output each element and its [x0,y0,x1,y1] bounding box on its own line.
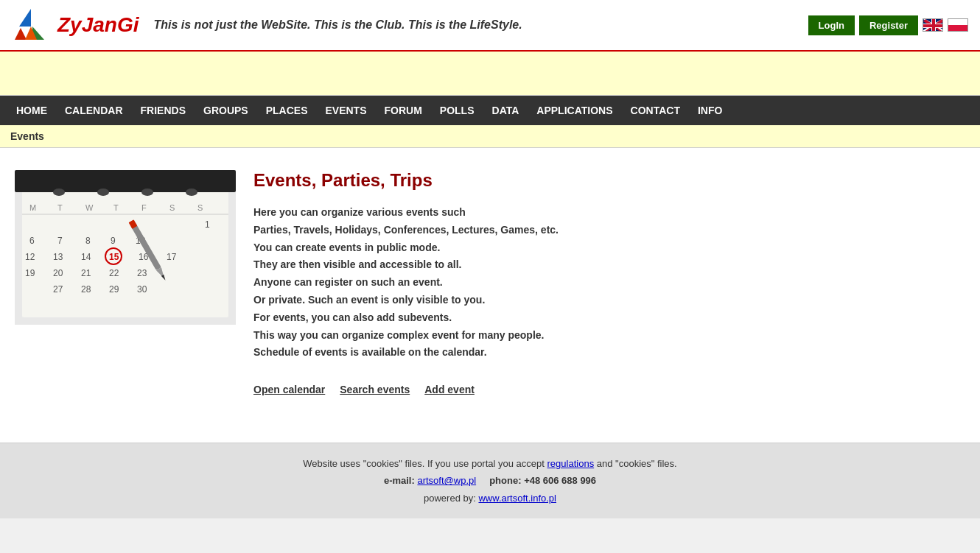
svg-text:13: 13 [53,252,63,262]
body-line: Anyone can register on such an event. [253,274,965,292]
logo-icon [12,6,50,44]
event-image: M T W T F S S 1 6 7 8 9 10 12 13 14 15 1… [15,170,236,325]
content-text: Events, Parties, Trips Here you can orga… [253,170,965,420]
nav-data[interactable]: DATA [483,96,528,125]
svg-text:S: S [169,203,175,212]
regulations-link[interactable]: regulations [547,458,595,469]
body-line: Parties, Travels, Holidays, Conferences,… [253,222,965,239]
svg-rect-15 [15,170,236,192]
svg-text:20: 20 [53,268,63,278]
yellow-bar [0,52,980,96]
body-line: This way you can organize complex event … [253,327,965,345]
tagline: This is not just the WebSite. This is th… [153,18,522,32]
cookie-notice: Website uses "cookies" files. If you use… [12,455,968,472]
nav-forum[interactable]: FORUM [376,96,431,125]
breadcrumb-label: Events [10,130,44,142]
svg-text:14: 14 [81,252,91,262]
svg-text:6: 6 [29,236,35,246]
svg-text:F: F [141,203,147,212]
powered-by: powered by: www.artsoft.info.pl [12,490,968,507]
nav-places[interactable]: PLACES [257,96,317,125]
nav-applications[interactable]: APPLICATIONS [528,96,621,125]
svg-text:12: 12 [25,252,35,262]
powered-link[interactable]: www.artsoft.info.pl [478,493,556,504]
nav-info[interactable]: INFO [689,96,731,125]
email-label: e-mail: [384,475,415,486]
phone-value: +48 606 688 996 [524,475,596,486]
svg-marker-0 [19,9,31,27]
nav-events[interactable]: EVENTS [317,96,376,125]
content-action-link[interactable]: Open calendar [253,384,325,395]
nav-home[interactable]: HOME [7,96,56,125]
calendar-illustration: M T W T F S S 1 6 7 8 9 10 12 13 14 15 1… [15,170,236,325]
powered-label: powered by: [424,493,476,504]
svg-text:1: 1 [205,219,210,230]
nav-calendar[interactable]: CALENDAR [56,96,132,125]
contact-info: e-mail: artsoft@wp.pl phone: +48 606 688… [12,472,968,489]
main-content: M T W T F S S 1 6 7 8 9 10 12 13 14 15 1… [0,148,980,443]
nav-groups[interactable]: GROUPS [195,96,257,125]
svg-text:23: 23 [137,268,147,278]
svg-point-16 [53,189,65,196]
svg-point-19 [186,189,197,196]
svg-text:T: T [113,203,119,212]
nav-friends[interactable]: FRIENDS [132,96,195,125]
site-name: ZyJanGi [57,13,139,37]
svg-text:21: 21 [81,268,91,278]
register-button[interactable]: Register [859,15,918,35]
svg-text:W: W [85,203,94,212]
body-line: Schedule of events is available on the c… [253,344,965,362]
logo-area: ZyJanGi This is not just the WebSite. Th… [12,6,522,44]
svg-text:T: T [57,203,63,212]
cookie-text-before: Website uses "cookies" files. If you use… [303,458,547,469]
svg-text:8: 8 [85,236,91,246]
email-link[interactable]: artsoft@wp.pl [417,475,476,486]
content-action-link[interactable]: Add event [424,384,475,395]
svg-text:22: 22 [109,268,119,278]
svg-text:M: M [29,203,36,212]
svg-text:28: 28 [81,284,91,295]
header: ZyJanGi This is not just the WebSite. Th… [0,0,980,52]
svg-point-17 [97,189,109,196]
svg-text:9: 9 [111,236,116,246]
svg-text:17: 17 [167,252,177,262]
svg-text:27: 27 [53,284,63,295]
body-line: They are then visible and accessible to … [253,256,965,274]
svg-text:15: 15 [109,252,119,262]
footer: Website uses "cookies" files. If you use… [0,443,980,518]
nav-contact[interactable]: CONTACT [622,96,689,125]
content-action-link[interactable]: Search events [340,384,410,395]
body-line: For events, you can also add subevents. [253,309,965,327]
body-line: Here you can organize various events suc… [253,204,965,222]
breadcrumb: Events [0,125,980,148]
svg-text:19: 19 [25,268,35,278]
nav-polls[interactable]: POLLS [431,96,483,125]
svg-rect-12 [923,24,943,27]
content-body: Here you can organize various events suc… [253,204,965,362]
svg-text:29: 29 [109,284,119,295]
svg-text:30: 30 [137,284,147,295]
english-flag[interactable] [923,18,943,32]
login-button[interactable]: LogIn [808,15,855,35]
main-nav: HOME CALENDAR FRIENDS GROUPS PLACES EVEN… [0,96,980,125]
svg-text:S: S [197,203,203,212]
cookie-text-after: and "cookies" files. [594,458,677,469]
phone-label: phone: [489,475,521,486]
auth-bar: LogIn Register [808,15,968,35]
content-links: Open calendarSearch eventsAdd event [253,384,965,395]
polish-flag[interactable] [948,18,968,32]
body-line: You can create events in public mode. [253,239,965,257]
svg-marker-1 [15,28,27,40]
content-title: Events, Parties, Trips [253,170,965,191]
svg-point-18 [141,189,153,196]
svg-text:7: 7 [57,236,63,246]
body-line: Or private. Such an event is only visibl… [253,292,965,309]
